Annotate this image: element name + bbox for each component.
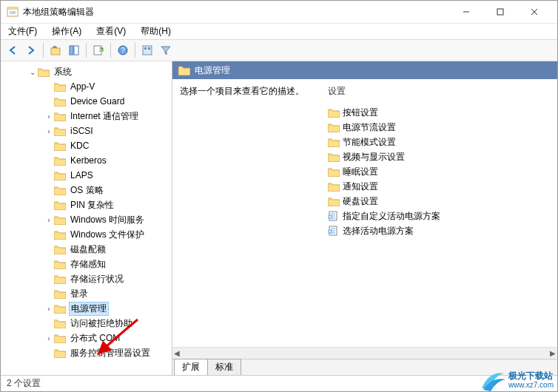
tree-item[interactable]: 电源管理: [69, 302, 109, 316]
folder-icon: [54, 81, 66, 92]
folder-icon: [328, 137, 340, 147]
folder-icon: [54, 185, 66, 195]
expander-icon[interactable]: ›: [44, 216, 54, 224]
list-item[interactable]: 节能模式设置: [343, 136, 396, 149]
detail-header-title: 电源管理: [195, 64, 230, 77]
menu-help[interactable]: 帮助(H): [138, 24, 174, 39]
svg-rect-26: [329, 230, 332, 233]
minimize-button[interactable]: [449, 1, 483, 23]
svg-rect-10: [74, 46, 78, 55]
svg-rect-9: [70, 46, 73, 55]
tab-extended[interactable]: 扩展: [174, 359, 208, 375]
folder-icon: [54, 200, 66, 210]
expander-icon[interactable]: ›: [44, 334, 54, 342]
folder-icon: [38, 67, 50, 77]
folder-icon: [54, 111, 66, 121]
list-item[interactable]: 按钮设置: [343, 107, 378, 119]
folder-icon: [54, 96, 66, 107]
folder-icon: [328, 181, 340, 192]
svg-rect-5: [497, 9, 503, 15]
tree-item[interactable]: 登录: [69, 288, 90, 300]
tree-item[interactable]: KDC: [69, 141, 90, 151]
description-prompt: 选择一个项目来查看它的描述。: [180, 85, 320, 341]
view-options-button[interactable]: [138, 41, 156, 59]
tree-item[interactable]: 分布式 COM: [69, 332, 121, 345]
svg-rect-15: [144, 47, 147, 50]
tree-item[interactable]: Windows 文件保护: [69, 229, 146, 241]
folder-icon: [328, 107, 340, 118]
watermark-brand: 极光下载站: [508, 371, 554, 381]
tree-item[interactable]: 存储运行状况: [69, 273, 125, 285]
tab-standard[interactable]: 标准: [207, 359, 241, 375]
tree-item[interactable]: 磁盘配额: [69, 243, 107, 256]
help-button[interactable]: ?: [114, 41, 132, 59]
expander-icon[interactable]: ⌄: [27, 68, 38, 76]
folder-icon: [54, 303, 66, 314]
svg-rect-16: [148, 47, 150, 50]
tree-item[interactable]: Windows 时间服务: [69, 214, 146, 226]
show-hide-tree-button[interactable]: [65, 41, 83, 59]
list-item[interactable]: 电源节流设置: [343, 121, 396, 134]
svg-text:?: ?: [121, 47, 125, 55]
tree-item[interactable]: OS 策略: [69, 184, 105, 197]
list-item[interactable]: 选择活动电源方案: [343, 225, 414, 237]
folder-icon: [328, 122, 340, 132]
folder-icon: [54, 229, 66, 240]
svg-rect-21: [329, 215, 332, 218]
settings-column-header[interactable]: 设置: [328, 85, 550, 101]
list-item[interactable]: 指定自定义活动电源方案: [343, 210, 440, 223]
folder-icon: [54, 126, 66, 136]
list-item[interactable]: 睡眠设置: [343, 166, 378, 178]
filter-button[interactable]: [157, 41, 175, 59]
tree-item[interactable]: 存储感知: [69, 258, 107, 271]
horizontal-scrollbar[interactable]: ◀▶: [172, 347, 557, 359]
maximize-button[interactable]: [483, 1, 517, 23]
tree-item[interactable]: App-V: [69, 81, 96, 92]
folder-icon: [54, 333, 66, 343]
svg-rect-14: [143, 46, 152, 55]
tree-item[interactable]: LAPS: [69, 170, 95, 180]
list-item[interactable]: 视频与显示设置: [343, 151, 405, 163]
folder-icon: [54, 155, 66, 166]
up-button[interactable]: [47, 41, 64, 59]
policy-icon: [328, 226, 340, 236]
folder-icon: [328, 152, 340, 162]
folder-icon: [54, 274, 66, 284]
expander-icon[interactable]: ›: [44, 305, 54, 313]
folder-icon: [328, 196, 340, 206]
list-item[interactable]: 硬盘设置: [343, 195, 378, 208]
tree-item[interactable]: 访问被拒绝协助: [69, 317, 134, 330]
window-title: 本地组策略编辑器: [23, 6, 449, 18]
tree-item[interactable]: PIN 复杂性: [69, 199, 115, 212]
expander-icon[interactable]: ›: [44, 112, 54, 121]
forward-button[interactable]: [22, 41, 40, 59]
tree-root[interactable]: 系统: [53, 66, 73, 78]
detail-header: 电源管理: [172, 61, 557, 79]
menu-action[interactable]: 操作(A): [49, 24, 84, 39]
tree-pane[interactable]: ⌄系统App-VDevice Guard›Internet 通信管理›iSCSI…: [1, 61, 172, 375]
tree-item[interactable]: iSCSI: [69, 126, 95, 136]
tree-item[interactable]: Device Guard: [69, 96, 126, 107]
folder-icon: [54, 170, 66, 180]
tree-item[interactable]: Kerberos: [69, 155, 108, 166]
policy-icon: [328, 211, 340, 221]
menu-file[interactable]: 文件(F): [5, 24, 40, 39]
toolbar: ?: [1, 39, 557, 61]
folder-icon: [54, 141, 66, 151]
list-item[interactable]: 通知设置: [343, 180, 378, 193]
svg-rect-8: [51, 48, 60, 55]
folder-icon: [54, 318, 66, 328]
expander-icon[interactable]: ›: [44, 127, 54, 135]
status-text: 2 个设置: [7, 377, 41, 390]
folder-icon: [328, 166, 340, 177]
watermark-url: www.xz7.com: [508, 381, 554, 389]
tree-item[interactable]: Internet 通信管理: [69, 110, 140, 123]
back-button[interactable]: [4, 41, 21, 59]
app-icon: [7, 6, 19, 18]
close-button[interactable]: [517, 1, 551, 23]
export-button[interactable]: [90, 41, 107, 59]
folder-icon: [54, 259, 66, 269]
folder-icon: [54, 214, 66, 225]
tree-item[interactable]: 服务控制管理器设置: [69, 347, 152, 359]
menu-view[interactable]: 查看(V): [93, 24, 129, 39]
